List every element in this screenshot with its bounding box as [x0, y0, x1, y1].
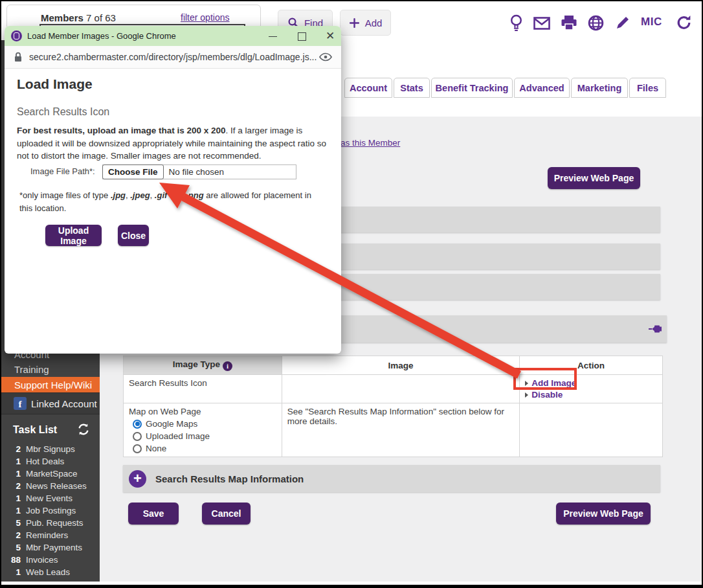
task-row[interactable]: 1 MarketSpace	[1, 469, 100, 481]
dialog-url-bar: secure2.chambermaster.com/directory/jsp/…	[5, 46, 341, 69]
task-row[interactable]: 1 Job Postings	[1, 506, 100, 518]
task-count: 5	[1, 518, 21, 528]
tab-account[interactable]: Account	[344, 78, 392, 98]
task-list-title: Task List	[13, 424, 57, 436]
printer-icon[interactable]	[561, 15, 577, 30]
members-label: Members	[41, 12, 84, 23]
upload-image-button[interactable]: Upload Image	[45, 225, 102, 246]
filter-options-link[interactable]: filter options	[181, 12, 229, 23]
sidebar-item-support-help-wiki[interactable]: Support Help/Wiki	[1, 377, 100, 394]
tab-benefit-tracking[interactable]: Benefit Tracking	[431, 78, 513, 98]
login-as-member-link[interactable]: as this Member	[340, 138, 400, 148]
expand-plus-icon[interactable]: +	[129, 470, 146, 488]
task-count: 1	[1, 567, 21, 577]
task-row[interactable]: 88 Invoices	[1, 555, 100, 567]
task-label: Mbr Payments	[26, 543, 82, 552]
radio-label: None	[146, 444, 166, 453]
tab-advanced[interactable]: Advanced	[514, 78, 570, 98]
radio-button-icon	[133, 444, 142, 453]
task-count: 1	[1, 493, 21, 503]
task-row[interactable]: 2 Reminders	[1, 530, 100, 543]
preview-web-page-button-top[interactable]: Preview Web Page	[548, 167, 640, 189]
disable-link[interactable]: Disable	[531, 390, 563, 400]
task-label: News Releases	[26, 481, 87, 491]
map-section-title: Search Results Map Information	[155, 473, 304, 484]
maximize-icon[interactable]	[297, 32, 306, 41]
add-button[interactable]: Add	[340, 10, 391, 36]
table-row-map-on-web-page: Map on Web Page Google Maps Uploaded Ima…	[124, 403, 663, 457]
task-label: Invoices	[26, 555, 58, 565]
facebook-icon: f	[14, 397, 27, 410]
task-row[interactable]: 1 New Events	[1, 493, 100, 506]
task-label: MarketSpace	[26, 469, 78, 479]
task-row[interactable]: 5 Mbr Payments	[1, 543, 100, 555]
dialog-titlebar[interactable]: Load Member Images - Google Chrome ✕	[5, 26, 341, 46]
members-count-text: Members 7 of 63	[41, 12, 116, 23]
task-count: 88	[1, 555, 21, 565]
task-row[interactable]: 2 News Releases	[1, 481, 100, 493]
task-row[interactable]: 2 Mbr Signups	[1, 444, 100, 457]
sidebar-item-linked-account[interactable]: f Linked Account	[1, 392, 100, 414]
load-member-images-dialog: Load Member Images - Google Chrome ✕ sec…	[5, 26, 341, 354]
save-button[interactable]: Save	[128, 503, 179, 525]
task-list-refresh-icon[interactable]	[76, 422, 91, 436]
chambermaster-favicon-icon	[11, 30, 22, 41]
preview-web-page-button-bottom[interactable]: Preview Web Page	[556, 503, 651, 525]
minimize-icon[interactable]	[269, 32, 278, 41]
file-status-text: No file chosen	[169, 167, 225, 177]
radio-google-maps[interactable]: Google Maps	[133, 419, 276, 429]
task-count: 2	[1, 444, 21, 454]
task-row[interactable]: 1 Web Leads	[1, 567, 100, 580]
annotation-highlight-box	[513, 368, 577, 390]
column-header-image-type: Image Typei	[124, 356, 282, 375]
task-row[interactable]: 1 Hot Deals	[1, 457, 100, 469]
add-label: Add	[365, 17, 383, 28]
tab-stats[interactable]: Stats	[394, 78, 430, 98]
info-icon[interactable]: i	[223, 361, 232, 371]
image-type-cell: Search Results Icon	[124, 375, 282, 403]
action-cell	[520, 403, 663, 457]
task-label: Reminders	[26, 530, 68, 540]
email-icon[interactable]	[533, 17, 550, 30]
lightbulb-icon[interactable]	[508, 14, 524, 32]
radio-uploaded-image[interactable]: Uploaded Image	[133, 431, 276, 441]
task-count: 5	[1, 543, 21, 552]
task-count: 1	[1, 457, 21, 466]
sidebar-item-training[interactable]: Training	[1, 362, 100, 377]
search-results-map-information-section[interactable]: + Search Results Map Information	[123, 465, 660, 492]
mic-button[interactable]: MIC	[641, 16, 662, 28]
task-label: Web Leads	[26, 567, 70, 577]
task-row[interactable]: 5 Pub. Requests	[1, 518, 100, 530]
dialog-close-button[interactable]: Close	[118, 225, 149, 246]
tab-marketing[interactable]: Marketing	[571, 78, 628, 98]
dialog-url[interactable]: secure2.chambermaster.com/directory/jsp/…	[29, 52, 319, 62]
image-cell	[282, 375, 520, 403]
members-count: 7 of 63	[86, 12, 116, 23]
member-images-table: Image Typei Image Action Search Results …	[123, 356, 663, 457]
plus-icon	[349, 17, 360, 28]
pencil-icon[interactable]	[615, 15, 630, 30]
file-input-field: Choose File No file chosen	[102, 164, 296, 179]
radio-none[interactable]: None	[133, 444, 276, 453]
map-on-web-page-label: Map on Web Page	[129, 407, 276, 416]
map-info-note: See "Search Results Map Information" sec…	[282, 403, 520, 457]
close-icon[interactable]: ✕	[326, 32, 335, 41]
radio-button-icon	[133, 420, 142, 429]
tab-files[interactable]: Files	[629, 78, 666, 98]
dialog-title: Load Member Images - Google Chrome	[27, 31, 176, 41]
dialog-heading: Load Image	[17, 76, 93, 92]
choose-file-button[interactable]: Choose File	[102, 164, 164, 179]
pushpin-icon[interactable]	[649, 322, 664, 335]
map-type-cell: Map on Web Page Google Maps Uploaded Ima…	[124, 403, 282, 457]
radio-label: Google Maps	[146, 419, 197, 429]
globe-icon[interactable]	[588, 15, 604, 31]
cancel-button[interactable]: Cancel	[202, 503, 251, 525]
dialog-description: For best results, upload an image that i…	[17, 124, 330, 163]
task-count: 1	[1, 469, 21, 479]
table-row-search-results-icon: Search Results Icon Add Image Disable	[124, 375, 663, 403]
eye-icon[interactable]	[319, 52, 332, 62]
radio-button-icon	[133, 432, 142, 441]
triangle-bullet-icon	[525, 392, 528, 398]
task-label: Job Postings	[26, 506, 76, 515]
refresh-icon[interactable]	[676, 14, 692, 31]
